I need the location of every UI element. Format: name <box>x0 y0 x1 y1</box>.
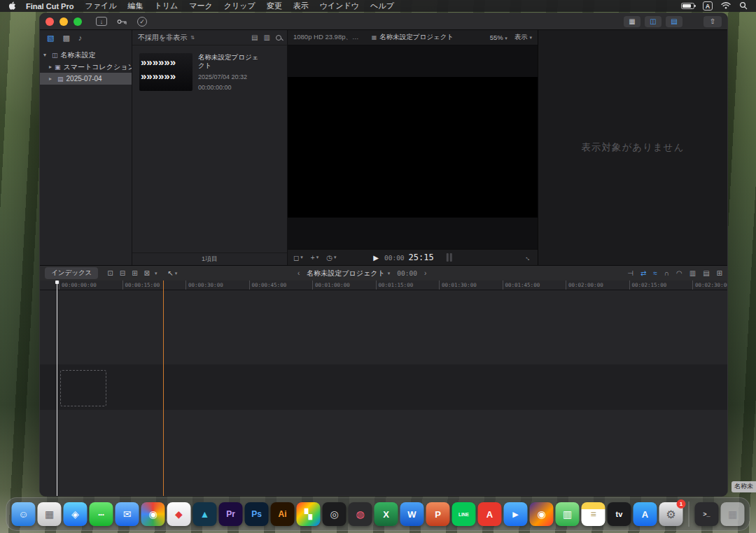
video-editor-app[interactable]: ▚ <box>297 502 321 526</box>
menu-item[interactable]: 変更 <box>267 1 282 10</box>
event-name: 2025-07-04 <box>66 75 102 83</box>
retime-tool-icon[interactable]: ◷▾ <box>326 254 336 262</box>
skimming-icon[interactable]: ⇄ <box>640 269 646 277</box>
notes[interactable]: ≡ <box>582 502 606 526</box>
insert-edit-icon[interactable]: ⊟ <box>120 269 125 277</box>
event-row[interactable]: ▸ ▤ 2025-07-04 <box>40 73 132 85</box>
photoshop[interactable]: Ps <box>245 502 269 526</box>
search-icon[interactable] <box>739 1 748 11</box>
mail[interactable]: ✉ <box>115 502 139 526</box>
menu-item[interactable]: マーク <box>189 1 213 10</box>
output-icon[interactable]: ⊞ <box>717 269 722 277</box>
illustrator[interactable]: Ai <box>271 502 295 526</box>
menu-item[interactable]: クリップ <box>224 1 255 10</box>
battery-icon[interactable] <box>681 3 694 9</box>
wifi-icon[interactable] <box>721 1 731 10</box>
minimize-button[interactable] <box>59 17 68 26</box>
safari[interactable]: ◈ <box>64 502 88 526</box>
index-button[interactable]: インデックス <box>45 267 98 279</box>
close-button[interactable] <box>46 17 54 26</box>
titles-generators-tab-icon[interactable]: ♪ <box>78 34 83 42</box>
disclosure-closed-icon[interactable]: ▸ <box>49 76 55 82</box>
filmstrip-view-icon[interactable]: ▤ <box>251 34 258 41</box>
play-button[interactable]: ▶ <box>373 254 379 262</box>
zoom-button[interactable] <box>74 17 82 26</box>
tool-selector[interactable]: ↖ ▾ <box>167 269 177 277</box>
inspector-toggle-icon[interactable]: ▤ <box>666 16 682 27</box>
audio-meters-icon[interactable] <box>447 253 452 262</box>
timeline-ruler[interactable]: 00:00:00:0000:00:15:0000:00:30:0000:00:4… <box>40 280 727 290</box>
effects-tool-icon[interactable]: +▾ <box>311 254 318 262</box>
clip-info[interactable]: 名称未設定プロジェクト 2025/07/04 20:32 00:00:00:00 <box>198 53 265 245</box>
menu-item[interactable]: ファイル <box>85 1 116 10</box>
terminal[interactable]: >_ <box>695 502 719 526</box>
snapping-icon[interactable]: ◠ <box>676 269 682 277</box>
apple-tv[interactable]: tv <box>608 502 631 526</box>
overwrite-edit-icon[interactable]: ⊠ <box>144 269 150 277</box>
filter-dropdown[interactable]: 不採用を非表示 <box>138 33 187 43</box>
firefox[interactable]: ◉ <box>530 502 554 526</box>
append-edit-icon[interactable]: ⊞ <box>132 269 137 277</box>
system-settings[interactable]: ⚙1 <box>659 502 683 526</box>
camera-app[interactable]: ◎ <box>323 502 346 526</box>
timeline-tracks[interactable] <box>40 290 727 496</box>
menu-item[interactable]: 表示 <box>293 1 309 10</box>
menu-item[interactable]: ウインドウ <box>320 1 359 10</box>
active-app-name[interactable]: Final Cut Pro <box>26 2 74 10</box>
disclosure-open-icon[interactable]: ▾ <box>43 52 49 58</box>
library-row[interactable]: ▾ ◫ 名称未設定 <box>40 49 132 61</box>
chrome[interactable]: ◉ <box>141 502 165 526</box>
messages[interactable]: ••• <box>90 502 113 526</box>
fullscreen-icon[interactable]: ↔ <box>524 253 534 263</box>
photo-booth-app[interactable]: ◍ <box>349 502 372 526</box>
search-icon[interactable] <box>276 35 281 41</box>
background-tasks-button[interactable]: ✓ <box>137 17 147 27</box>
apple-menu-icon[interactable] <box>8 1 16 10</box>
powerpoint[interactable]: P <box>426 502 450 526</box>
menu-item[interactable]: ヘルプ <box>370 1 394 10</box>
line[interactable]: LINE <box>452 502 476 526</box>
crop-tool-icon[interactable]: ◻▾ <box>293 254 303 262</box>
trash[interactable]: ▦ <box>721 502 745 526</box>
chevron-down-icon[interactable]: ▾ <box>155 271 158 276</box>
smart-collection-row[interactable]: ▸ ▣ スマートコレクション <box>40 61 132 73</box>
timeline-appearance-icon[interactable]: ▤ <box>703 269 709 277</box>
next-project-button[interactable]: › <box>424 269 426 277</box>
clips-tab-icon[interactable]: ▧ <box>47 34 54 43</box>
view-dropdown[interactable]: 表示 ▾ <box>514 33 532 42</box>
launchpad[interactable]: ▦ <box>38 502 62 526</box>
list-view-icon[interactable]: ▥ <box>264 34 270 41</box>
davinci-resolve[interactable]: ◆ <box>167 502 191 526</box>
acrobat[interactable]: A <box>478 502 502 526</box>
app-store[interactable]: A <box>634 502 657 526</box>
zoom[interactable]: ▶ <box>504 502 528 526</box>
menu-item[interactable]: トリム <box>154 1 178 10</box>
disclosure-closed-icon[interactable]: ▸ <box>49 64 52 70</box>
solo-icon[interactable]: ∩ <box>664 269 669 277</box>
timeline-project-dropdown[interactable]: 名称未設定プロジェクト ▾ <box>307 269 390 278</box>
audio-meters-icon[interactable]: ▥ <box>690 269 696 277</box>
audio-skimming-icon[interactable]: ≈ <box>653 269 657 277</box>
import-media-button[interactable]: ↓ <box>96 17 107 26</box>
viewer-format-info[interactable]: 1080p HD 23.98p、… <box>293 33 358 42</box>
photos-audio-tab-icon[interactable]: ▩ <box>62 34 69 43</box>
input-source-icon[interactable]: A <box>703 1 713 10</box>
menu-item[interactable]: 編集 <box>127 1 143 10</box>
playhead[interactable] <box>57 280 57 496</box>
prev-project-button[interactable]: ‹ <box>298 269 300 277</box>
connect-edit-icon[interactable]: ⊡ <box>107 269 113 277</box>
drag-label: 名称未 <box>732 481 756 492</box>
clip-thumbnail[interactable]: »»»»»» »»»»»» <box>139 53 192 91</box>
premiere-pro[interactable]: Pr <box>219 502 243 526</box>
timeline-toggle-icon[interactable]: ◫ <box>645 16 662 27</box>
share-button[interactable]: ⇧ <box>704 16 722 27</box>
excel[interactable]: X <box>374 502 398 526</box>
word[interactable]: W <box>400 502 424 526</box>
affinity-photo[interactable]: ▲ <box>193 502 217 526</box>
trim-icon[interactable]: ⊣ <box>627 269 634 277</box>
browser-toggle-icon[interactable]: ▦ <box>624 16 640 27</box>
numbers[interactable]: ▥ <box>556 502 580 526</box>
zoom-dropdown[interactable]: 55% ▾ <box>490 34 507 41</box>
keyword-editor-button[interactable] <box>117 15 127 28</box>
finder[interactable]: ☺ <box>12 502 36 526</box>
